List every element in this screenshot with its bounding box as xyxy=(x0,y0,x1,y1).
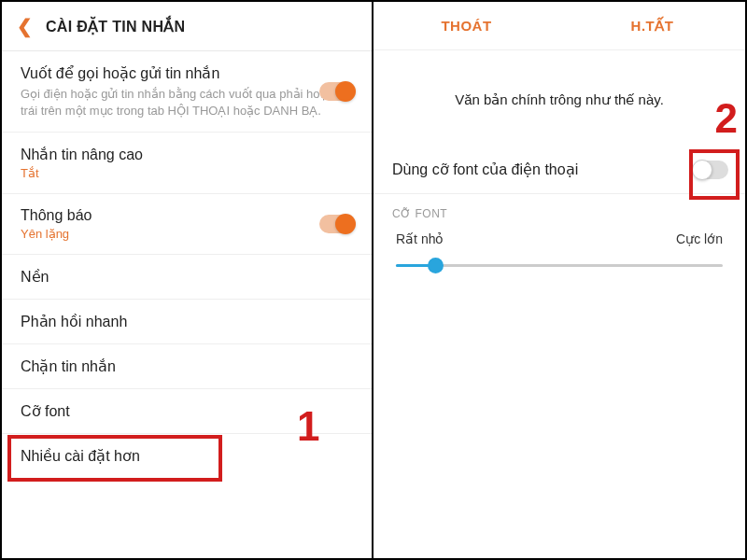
toggle-knob xyxy=(335,214,356,234)
row-title: Phản hồi nhanh xyxy=(21,313,353,330)
row-quickreply[interactable]: Phản hồi nhanh xyxy=(2,300,372,344)
slider-min-label: Rất nhỏ xyxy=(396,231,444,246)
row-desc: Gọi điện hoặc gửi tin nhắn bằng cách vuố… xyxy=(21,86,353,119)
toggle-notify[interactable] xyxy=(319,215,355,233)
header: THOÁT H.TẤT xyxy=(374,2,745,50)
annotation-number-2: 2 xyxy=(715,95,738,142)
row-state: Tắt xyxy=(21,166,353,180)
toggle-knob xyxy=(335,81,356,102)
annotation-number-1: 1 xyxy=(297,403,319,450)
row-use-phone-font[interactable]: Dùng cỡ font của điện thoại xyxy=(374,146,745,194)
row-state: Yên lặng xyxy=(21,227,353,241)
row-title: Vuốt để gọi hoặc gửi tin nhắn xyxy=(21,64,353,82)
slider-max-label: Cực lớn xyxy=(676,231,723,246)
fontsize-panel: THOÁT H.TẤT Văn bản chính trông như thế … xyxy=(374,2,745,558)
header: ❮ CÀI ĐẶT TIN NHẮN xyxy=(2,2,372,51)
row-title: Thông báo xyxy=(21,207,353,224)
page-title: CÀI ĐẶT TIN NHẮN xyxy=(46,18,185,35)
slider-labels: Rất nhỏ Cực lớn xyxy=(374,222,745,252)
section-label: CỠ FONT xyxy=(374,194,745,222)
row-block[interactable]: Chặn tin nhắn xyxy=(2,344,372,389)
toggle-phone-font[interactable] xyxy=(693,161,728,179)
slider-track xyxy=(396,264,723,267)
toggle-swipe[interactable] xyxy=(319,82,355,101)
row-swipe[interactable]: Vuốt để gọi hoặc gửi tin nhắn Gọi điện h… xyxy=(2,51,372,133)
row-title: Nền xyxy=(21,268,353,286)
slider-thumb[interactable] xyxy=(428,258,444,273)
preview-area: Văn bản chính trông như thế này. xyxy=(374,50,745,146)
row-title: Dùng cỡ font của điện thoại xyxy=(392,161,726,178)
fontsize-slider[interactable] xyxy=(374,252,745,280)
row-title: Nhắn tin nâng cao xyxy=(21,146,353,163)
done-button[interactable]: H.TẤT xyxy=(559,2,745,49)
toggle-knob xyxy=(692,160,712,180)
back-icon[interactable]: ❮ xyxy=(17,15,33,37)
row-title: Chặn tin nhắn xyxy=(21,357,353,375)
row-notify[interactable]: Thông báo Yên lặng xyxy=(2,194,372,255)
exit-button[interactable]: THOÁT xyxy=(374,2,559,49)
row-advanced[interactable]: Nhắn tin nâng cao Tắt xyxy=(2,133,372,194)
row-background[interactable]: Nền xyxy=(2,255,372,300)
preview-text: Văn bản chính trông như thế này. xyxy=(455,91,664,107)
settings-panel: ❮ CÀI ĐẶT TIN NHẮN Vuốt để gọi hoặc gửi … xyxy=(2,2,374,558)
